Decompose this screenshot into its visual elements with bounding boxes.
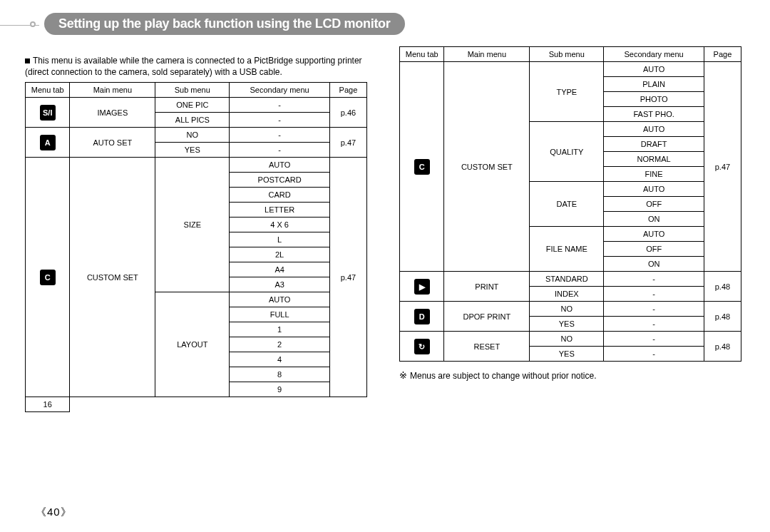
left-table: Menu tab Main menu Sub menu Secondary me… — [25, 82, 367, 412]
table-header-row: Menu tab Main menu Sub menu Secondary me… — [26, 83, 367, 98]
secondary-menu-cell: L — [230, 232, 330, 247]
table-row: DDPOF PRINTNO-p.48 — [400, 302, 741, 317]
secondary-menu-cell: AUTO — [230, 292, 330, 307]
secondary-menu-cell: OFF — [604, 197, 704, 212]
reference-mark-icon: ※ — [399, 370, 407, 381]
main-menu-cell: AUTO SET — [70, 128, 155, 158]
secondary-menu-cell: - — [604, 347, 704, 362]
secondary-menu-cell: POSTCARD — [230, 173, 330, 188]
secondary-menu-cell: AUTO — [604, 62, 704, 77]
secondary-menu-cell: A4 — [230, 262, 330, 277]
table-row: ▶PRINTSTANDARD-p.48 — [400, 272, 741, 287]
col-page: Page — [329, 83, 366, 98]
secondary-menu-cell: PLAIN — [604, 77, 704, 92]
menu-tab-cell: C — [400, 62, 444, 272]
sub-menu-cell: YES — [530, 347, 604, 362]
secondary-menu-cell: DRAFT — [604, 137, 704, 152]
secondary-menu-cell: 2L — [230, 247, 330, 262]
table-row: CCUSTOM SETTYPEAUTOp.47 — [400, 62, 741, 77]
secondary-menu-cell: - — [604, 272, 704, 287]
main-menu-cell: CUSTOM SET — [70, 158, 155, 397]
menu-tab-cell: S/I — [26, 98, 70, 128]
secondary-menu-cell: FAST PHO. — [604, 107, 704, 122]
secondary-menu-cell: - — [604, 317, 704, 332]
page-cell: p.48 — [704, 272, 741, 302]
bullet-icon — [25, 58, 30, 63]
menu-icon: C — [40, 270, 56, 285]
col-secmenu: Secondary menu — [604, 47, 704, 62]
table-header-row: Menu tab Main menu Sub menu Secondary me… — [400, 47, 741, 62]
secondary-menu-cell: - — [230, 143, 330, 158]
sub-menu-cell: YES — [155, 143, 230, 158]
secondary-menu-cell: 16 — [26, 397, 70, 412]
secondary-menu-cell: AUTO — [604, 182, 704, 197]
page-cell: p.48 — [704, 302, 741, 332]
sub-menu-cell: YES — [530, 317, 604, 332]
sub-menu-cell: NO — [530, 332, 604, 347]
main-menu-cell: CUSTOM SET — [444, 62, 530, 272]
col-secmenu: Secondary menu — [230, 83, 330, 98]
secondary-menu-cell: CARD — [230, 188, 330, 203]
sub-menu-cell: ALL PICS — [155, 113, 230, 128]
secondary-menu-cell: - — [230, 128, 330, 143]
left-column: This menu is available while the camera … — [25, 46, 371, 412]
col-menutab: Menu tab — [400, 47, 444, 62]
page-cell: p.47 — [329, 128, 366, 158]
secondary-menu-cell: AUTO — [604, 227, 704, 242]
sub-menu-cell: INDEX — [530, 287, 604, 302]
page-number: 《40》 — [36, 506, 72, 519]
main-menu-cell: DPOF PRINT — [444, 302, 530, 332]
secondary-menu-cell: 1 — [230, 322, 330, 337]
menu-tab-cell: A — [26, 128, 70, 158]
secondary-menu-cell: - — [230, 113, 330, 128]
secondary-menu-cell: OFF — [604, 242, 704, 257]
secondary-menu-cell: AUTO — [230, 158, 330, 173]
sub-menu-cell: FILE NAME — [530, 227, 604, 272]
secondary-menu-cell: 2 — [230, 337, 330, 352]
sub-menu-cell: ONE PIC — [155, 98, 230, 113]
table-row: S/IIMAGESONE PIC-p.46 — [26, 98, 367, 113]
col-submenu: Sub menu — [530, 47, 604, 62]
title-bar: Setting up the play back function using … — [21, 13, 745, 35]
table-row: AAUTO SETNO-p.47 — [26, 128, 367, 143]
menu-tab-cell: ▶ — [400, 272, 444, 302]
secondary-menu-cell: ON — [604, 212, 704, 227]
secondary-menu-cell: 4 X 6 — [230, 218, 330, 232]
secondary-menu-cell: FULL — [230, 307, 330, 322]
menu-icon: S/I — [40, 105, 56, 121]
right-column: Menu tab Main menu Sub menu Secondary me… — [399, 46, 745, 412]
secondary-menu-cell: - — [230, 98, 330, 113]
sub-menu-cell: STANDARD — [530, 272, 604, 287]
menu-icon: ↻ — [414, 339, 430, 354]
sub-menu-cell: NO — [155, 128, 230, 143]
sub-menu-cell: NO — [530, 302, 604, 317]
page-cell: p.47 — [329, 158, 366, 397]
main-menu-cell: IMAGES — [70, 98, 155, 128]
page-cell: p.46 — [329, 98, 366, 128]
secondary-menu-cell: - — [604, 332, 704, 347]
page-title: Setting up the play back function using … — [44, 13, 405, 35]
sub-menu-cell: QUALITY — [530, 122, 604, 182]
footnote: ※Menus are subject to change without pri… — [399, 370, 745, 381]
table-row: ↻RESETNO-p.48 — [400, 332, 741, 347]
menu-tab-cell: D — [400, 302, 444, 332]
intro-text: This menu is available while the camera … — [25, 55, 371, 78]
secondary-menu-cell: - — [604, 302, 704, 317]
menu-tab-cell: C — [26, 158, 70, 397]
secondary-menu-cell: FINE — [604, 167, 704, 182]
table-row: CCUSTOM SETSIZEAUTOp.47 — [26, 158, 367, 173]
secondary-menu-cell: AUTO — [604, 122, 704, 137]
sub-menu-cell: TYPE — [530, 62, 604, 122]
secondary-menu-cell: A3 — [230, 277, 330, 292]
sub-menu-cell: LAYOUT — [155, 292, 230, 397]
col-submenu: Sub menu — [155, 83, 230, 98]
secondary-menu-cell: - — [604, 287, 704, 302]
menu-icon: D — [414, 309, 430, 324]
col-mainmenu: Main menu — [70, 83, 155, 98]
main-menu-cell: PRINT — [444, 272, 530, 302]
secondary-menu-cell: PHOTO — [604, 92, 704, 107]
secondary-menu-cell: LETTER — [230, 203, 330, 218]
page-cell: p.47 — [704, 62, 741, 272]
right-table: Menu tab Main menu Sub menu Secondary me… — [399, 46, 741, 362]
sub-menu-cell: DATE — [530, 182, 604, 227]
